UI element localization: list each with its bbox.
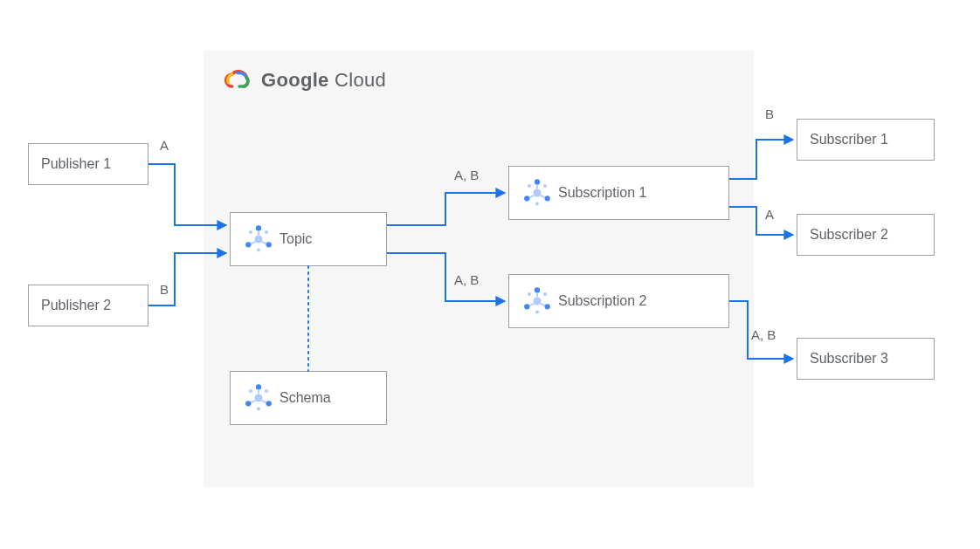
svg-line-5 <box>262 242 266 244</box>
publisher-2-box: Publisher 2 <box>28 285 148 326</box>
svg-point-19 <box>257 408 260 411</box>
svg-line-15 <box>262 401 266 403</box>
svg-point-23 <box>524 196 529 201</box>
topic-box: Topic <box>230 212 387 266</box>
brand-cloud: Cloud <box>335 69 386 91</box>
svg-point-7 <box>265 230 268 234</box>
svg-point-22 <box>545 196 550 201</box>
subscription-2-box: Subscription 2 <box>508 274 729 328</box>
publisher-1-label: Publisher 1 <box>29 156 111 172</box>
svg-point-21 <box>535 179 540 184</box>
svg-point-0 <box>255 236 263 244</box>
edge-label-pub1-topic: A <box>160 138 169 153</box>
edge-label-pub2-topic: B <box>160 282 169 297</box>
edge-label-sub1-subr2: A <box>765 207 774 222</box>
pubsub-icon <box>521 177 553 209</box>
svg-point-10 <box>255 395 263 402</box>
svg-line-35 <box>541 304 545 306</box>
svg-point-39 <box>535 311 539 314</box>
svg-point-8 <box>249 230 252 234</box>
svg-point-18 <box>249 389 252 393</box>
svg-point-37 <box>543 292 547 296</box>
svg-point-29 <box>535 202 539 206</box>
subscription-1-label: Subscription 1 <box>553 185 646 201</box>
subscriber-2-box: Subscriber 2 <box>797 214 935 256</box>
svg-line-6 <box>251 242 255 244</box>
pubsub-icon <box>521 285 553 317</box>
svg-point-31 <box>535 287 540 292</box>
svg-line-16 <box>251 401 255 403</box>
svg-point-33 <box>524 304 529 309</box>
svg-point-17 <box>265 389 268 393</box>
subscriber-3-label: Subscriber 3 <box>797 351 888 367</box>
svg-point-38 <box>528 292 531 296</box>
subscriber-2-label: Subscriber 2 <box>797 227 888 243</box>
subscriber-1-box: Subscriber 1 <box>797 119 935 161</box>
pubsub-icon <box>243 223 274 255</box>
svg-point-3 <box>245 242 251 247</box>
google-cloud-logo: Google Cloud <box>223 68 386 93</box>
edge-label-sub1-subr1: B <box>765 106 774 121</box>
svg-point-11 <box>256 384 261 389</box>
edge-label-topic-sub2: A, B <box>454 272 479 287</box>
svg-point-32 <box>545 304 550 309</box>
edge-label-sub2-subr3: A, B <box>751 327 776 342</box>
google-cloud-icon <box>223 68 252 93</box>
svg-point-28 <box>528 184 531 188</box>
topic-label: Topic <box>274 231 312 247</box>
svg-line-26 <box>529 196 534 198</box>
edge-label-topic-sub1: A, B <box>454 168 479 182</box>
subscription-2-label: Subscription 2 <box>553 293 646 309</box>
pubsub-icon <box>243 382 274 414</box>
svg-point-13 <box>245 401 251 406</box>
svg-point-1 <box>256 225 261 230</box>
svg-line-36 <box>529 304 534 306</box>
publisher-1-box: Publisher 1 <box>28 143 148 185</box>
svg-point-2 <box>266 242 272 247</box>
svg-point-12 <box>266 401 272 406</box>
subscriber-3-box: Subscriber 3 <box>797 338 935 380</box>
publisher-2-label: Publisher 2 <box>29 298 111 313</box>
svg-point-20 <box>534 189 542 197</box>
subscription-1-box: Subscription 1 <box>508 166 729 220</box>
svg-line-25 <box>541 196 545 198</box>
svg-point-27 <box>543 184 547 188</box>
svg-point-9 <box>257 249 260 252</box>
schema-label: Schema <box>274 390 331 406</box>
brand-google: Google <box>261 69 329 91</box>
subscriber-1-label: Subscriber 1 <box>797 132 888 148</box>
svg-point-30 <box>534 298 542 305</box>
schema-box: Schema <box>230 371 387 425</box>
